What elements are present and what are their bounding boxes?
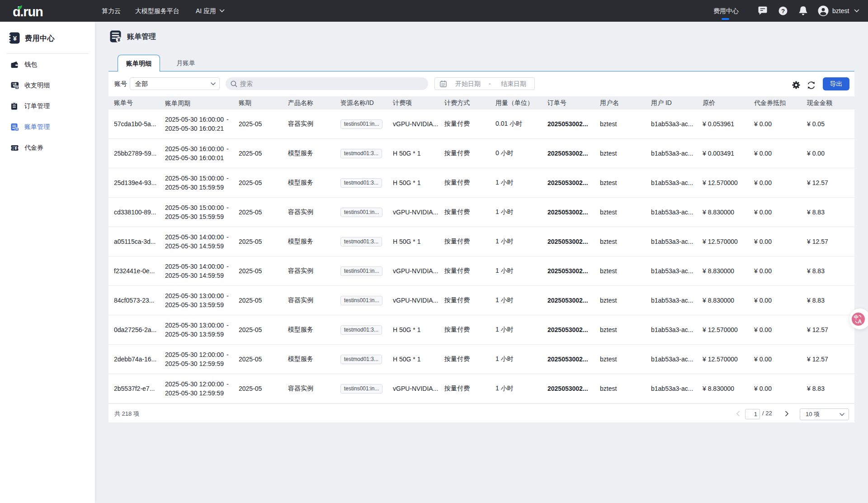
svg-text:¥: ¥ [13, 34, 17, 42]
svg-text:d.run: d.run [13, 5, 43, 18]
svg-text:?: ? [781, 8, 785, 14]
svg-text:A: A [858, 318, 862, 324]
svg-text:¥: ¥ [16, 86, 18, 89]
svg-text:¥: ¥ [16, 128, 18, 131]
svg-text:¥: ¥ [14, 146, 17, 151]
svg-text:¥: ¥ [118, 37, 121, 43]
